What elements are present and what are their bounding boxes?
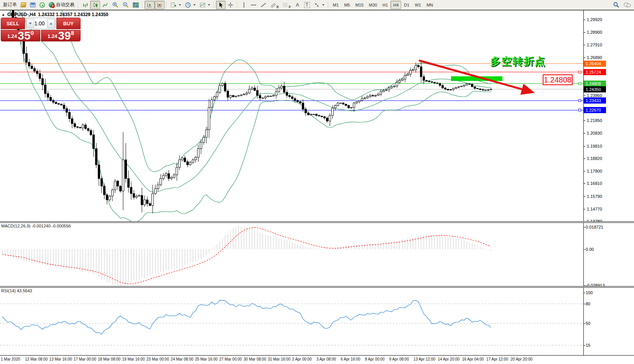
price-tick-label: 1.15790 (587, 194, 602, 199)
macd-axis-label: 0.018721 (586, 225, 603, 229)
candle-body (297, 100, 299, 102)
timeframe-m5[interactable]: M5 (341, 1, 352, 9)
price-tick (583, 158, 585, 159)
panel-divider-rsi[interactable] (0, 286, 634, 288)
candle-body (487, 90, 489, 90)
navigator-button[interactable] (38, 1, 47, 9)
mt4-window: { "toolbar": { "new_order_label": "新订单",… (0, 0, 634, 364)
candle-body (39, 74, 41, 79)
chart-shift-button[interactable] (155, 1, 165, 9)
collapse-icon[interactable]: ▲ (2, 13, 5, 16)
volume-value[interactable]: 1.00 (34, 20, 47, 26)
chat-button[interactable] (621, 1, 633, 9)
auto-trading-button[interactable]: 自动交易 (47, 1, 76, 9)
timeframe-h4[interactable]: H4 (390, 1, 401, 9)
rsi-indicator-pane[interactable] (0, 288, 583, 355)
channel-button[interactable]: E (268, 1, 281, 9)
turning-point-annotation[interactable]: 多空转折点 (490, 54, 546, 68)
volume-increase-button[interactable] (47, 19, 55, 28)
panel-divider-macd[interactable] (0, 221, 634, 223)
new-order-button[interactable]: 新订单 (1, 1, 19, 9)
date-label: 30 Mar 08:00 (244, 357, 266, 361)
buy-price[interactable]: 1.24 39 8 (41, 30, 81, 41)
line-chart-button[interactable] (100, 1, 110, 9)
vertical-line-button[interactable] (239, 1, 249, 9)
candlestick-chart-button[interactable] (90, 1, 100, 9)
volume-field[interactable]: 1.00 (26, 18, 55, 29)
candle-body (125, 160, 127, 179)
auto-scroll-button[interactable] (145, 1, 155, 9)
indicators-dropdown-arrow[interactable] (179, 4, 181, 6)
indicators-button[interactable] (168, 1, 183, 9)
date-label: 2 Apr 00:00 (292, 357, 312, 361)
fibonacci-button[interactable]: F (281, 1, 293, 9)
timeframe-d1[interactable]: D1 (401, 1, 412, 9)
candle-body (206, 130, 207, 137)
arrows-button[interactable] (312, 1, 326, 9)
price-tick (583, 20, 585, 20)
terminal-button[interactable] (28, 1, 38, 9)
text-button[interactable]: A (293, 1, 302, 9)
sell-price[interactable]: 1.24 35 0 (1, 30, 40, 41)
trendline-button[interactable] (259, 1, 268, 9)
bar-chart-button[interactable] (80, 1, 90, 9)
zoom-in-button[interactable] (110, 1, 120, 9)
timeframe-m30[interactable]: M30 (366, 1, 380, 9)
candle-body (415, 66, 417, 70)
candle-body (334, 105, 336, 108)
line-handle[interactable] (578, 109, 581, 112)
candle-body (55, 102, 57, 104)
candle-body (485, 90, 487, 91)
timeframe-m1[interactable]: M1 (330, 1, 341, 9)
main-price-chart[interactable] (0, 10, 583, 221)
candle-body (26, 54, 28, 63)
line-handle[interactable] (578, 82, 581, 85)
text-label-button[interactable]: T (302, 1, 312, 9)
candle-body (383, 91, 385, 92)
candle-body (208, 107, 210, 130)
templates-button[interactable] (198, 1, 212, 9)
sell-button[interactable]: SELL (1, 18, 25, 29)
price-tick (583, 45, 585, 45)
periods-button[interactable] (183, 1, 198, 9)
line-handle[interactable] (578, 71, 581, 73)
line-handle[interactable] (578, 99, 581, 102)
horizontal-line-button[interactable] (249, 1, 259, 9)
templates-dropdown-arrow[interactable] (208, 4, 210, 6)
crosshair-button[interactable] (226, 1, 235, 9)
candle-body (418, 66, 420, 67)
date-label: 13 Mar 16:00 (49, 357, 72, 361)
date-label: 1 Mar 2020 (1, 357, 20, 361)
timeframe-m15[interactable]: M15 (352, 1, 366, 9)
fibonacci-icon (283, 2, 288, 8)
timeframe-h1[interactable]: H1 (380, 1, 390, 9)
market-watch-button[interactable] (19, 1, 28, 9)
search-button[interactable] (611, 1, 621, 9)
time-axis[interactable]: 1 Mar 202012 Mar 08:0013 Mar 16:0017 Mar… (0, 356, 634, 364)
chart-header: ▲ GBPUSD-,H4 1.24332 1.24357 1.24329 1.2… (2, 12, 108, 17)
candle-body (34, 69, 36, 71)
channel-icon (270, 2, 276, 8)
rsi-tick (583, 345, 585, 346)
candle-body (259, 96, 261, 98)
price-tick-label: 1.19810 (587, 144, 602, 148)
main-toolbar: 新订单 自动交易 (0, 0, 634, 10)
volume-decrease-button[interactable] (26, 19, 34, 28)
candle-body (82, 125, 84, 128)
macd-indicator-pane[interactable] (0, 223, 583, 286)
zoom-out-button[interactable] (120, 1, 131, 9)
candle-body (367, 97, 369, 98)
timeframe-w1[interactable]: W1 (412, 1, 424, 9)
price-tick (583, 133, 585, 133)
tile-windows-button[interactable] (131, 1, 141, 9)
price-box-annotation[interactable]: 1.24808 (543, 74, 573, 85)
buy-button[interactable]: BUY (56, 18, 81, 29)
candle-body (326, 118, 328, 121)
candle-body (114, 181, 116, 190)
timeframe-mn[interactable]: MN (424, 1, 436, 9)
cursor-button[interactable] (216, 1, 226, 9)
price-tick-label: 1.17800 (587, 169, 602, 173)
candlestick-icon (92, 2, 98, 8)
arrows-dropdown-arrow[interactable] (322, 4, 324, 6)
periods-dropdown-arrow[interactable] (193, 4, 196, 6)
